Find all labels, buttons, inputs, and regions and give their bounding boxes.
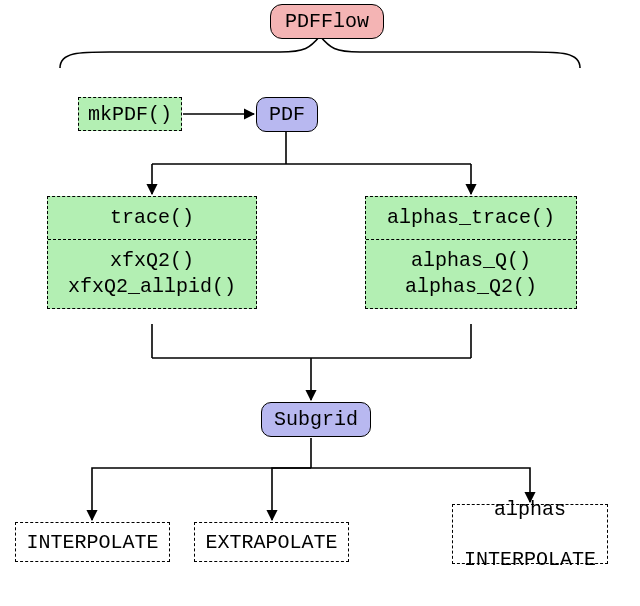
mkpdf-box: mkPDF() [78,97,182,131]
extrapolate-label: EXTRAPOLATE [205,530,337,555]
xfxq2-label: xfxQ2() [110,249,194,272]
left-stack-bottom: xfxQ2() xfxQ2_allpid() [48,239,256,308]
brace [60,36,580,68]
title-box: PDFFlow [270,4,384,39]
pdf-label: PDF [269,102,305,127]
subgrid-box: Subgrid [261,402,371,437]
mkpdf-label: mkPDF() [88,102,172,127]
xfxq2-allpid-label: xfxQ2_allpid() [68,275,236,298]
extrapolate-box: EXTRAPOLATE [194,522,349,562]
edge-to-extrapolate [272,468,311,520]
alphas-interp-label2: INTERPOLATE [464,547,596,572]
interpolate-box: INTERPOLATE [15,522,170,562]
alphas-trace-label: alphas_trace() [387,206,555,229]
alphas-interpolate-box: alphas INTERPOLATE [452,504,608,564]
subgrid-label: Subgrid [274,407,358,432]
trace-label: trace() [110,206,194,229]
alphas-interp-label1: alphas [494,497,566,522]
right-stack-bottom: alphas_Q() alphas_Q2() [366,239,576,308]
alphas-q2-label: alphas_Q2() [405,275,537,298]
left-stack: trace() xfxQ2() xfxQ2_allpid() [47,196,257,309]
title-label: PDFFlow [285,9,369,34]
left-stack-top: trace() [48,197,256,239]
right-stack: alphas_trace() alphas_Q() alphas_Q2() [365,196,577,309]
alphas-q-label: alphas_Q() [411,249,531,272]
interpolate-label: INTERPOLATE [26,530,158,555]
pdf-box: PDF [256,97,318,132]
edge-to-interpolate [92,468,311,520]
right-stack-top: alphas_trace() [366,197,576,239]
